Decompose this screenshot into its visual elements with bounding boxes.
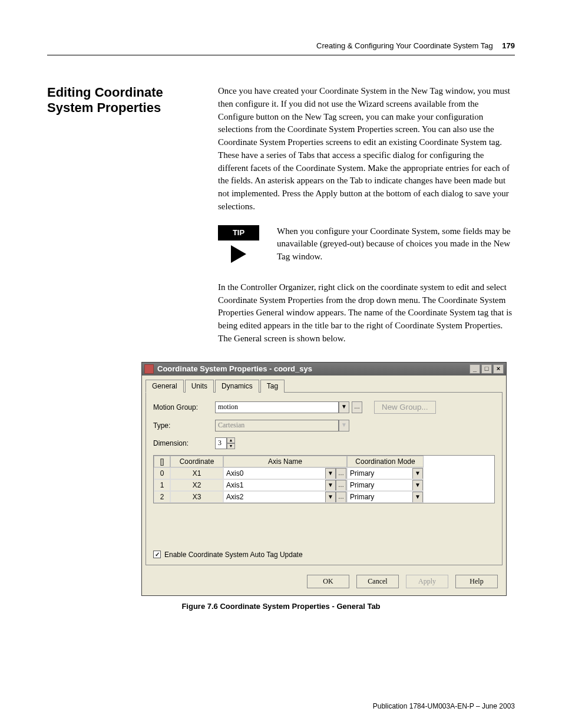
chevron-down-icon[interactable]: ▼: [325, 480, 336, 491]
chevron-down-icon[interactable]: ▼: [412, 468, 423, 479]
axis-name-select[interactable]: Axis0▼…: [223, 467, 347, 479]
chevron-down-icon[interactable]: ▼: [325, 468, 336, 479]
row-coord: X3: [170, 491, 223, 503]
coord-sys-properties-dialog: Coordinate System Properties - coord_sys…: [141, 362, 507, 596]
row-coord: X2: [170, 479, 223, 491]
organizer-paragraph: In the Controller Organizer, right click…: [218, 281, 515, 345]
close-icon[interactable]: ×: [493, 364, 504, 374]
ellipsis-button[interactable]: …: [352, 401, 362, 413]
motion-group-label: Motion Group:: [153, 403, 215, 411]
new-group-button[interactable]: New Group...: [374, 401, 436, 414]
axis-name-select[interactable]: Axis1▼…: [223, 479, 347, 491]
ellipsis-button[interactable]: …: [336, 480, 346, 491]
chevron-down-icon: ▼: [339, 420, 349, 431]
page-number: 179: [502, 41, 515, 50]
intro-paragraph: Once you have created your Coordinate Sy…: [218, 85, 515, 213]
type-select: Cartesian: [215, 420, 339, 431]
col-axis-name: Axis Name: [223, 456, 347, 467]
col-index: []: [154, 456, 170, 467]
table-row: 1 X2 Axis1▼… Primary▼: [154, 479, 494, 491]
figure-caption: Figure 7.6 Coordinate System Properties …: [47, 602, 515, 611]
chapter-title: Creating & Configuring Your Coordinate S…: [316, 41, 493, 50]
auto-tag-update-label: Enable Coordinate System Auto Tag Update: [164, 551, 303, 559]
col-coordinate: Coordinate: [170, 456, 223, 467]
play-arrow-icon: [231, 245, 246, 263]
chevron-down-icon[interactable]: ▼: [339, 401, 349, 413]
axis-grid: [] Coordinate Axis Name Coordination Mod…: [153, 455, 495, 503]
dimension-label: Dimension:: [153, 439, 215, 447]
row-index: 0: [154, 467, 170, 479]
coord-mode-select[interactable]: Primary▼: [347, 491, 424, 503]
ellipsis-button[interactable]: …: [336, 468, 346, 479]
dialog-title: Coordinate System Properties - coord_sys: [157, 364, 470, 373]
tab-panel-general: Motion Group: motion ▼ … New Group... Ty…: [146, 392, 503, 565]
spinner-up-icon[interactable]: ▲: [227, 437, 235, 443]
publication-footer: Publication 1784-UM003A-EN-P – June 2003: [373, 702, 515, 710]
tab-strip: General Units Dynamics Tag: [142, 375, 506, 392]
tab-general[interactable]: General: [146, 380, 184, 393]
minimize-icon[interactable]: _: [470, 364, 480, 374]
help-button[interactable]: Help: [455, 575, 498, 588]
table-row: 0 X1 Axis0▼… Primary▼: [154, 467, 494, 479]
cancel-button[interactable]: Cancel: [356, 575, 399, 588]
table-row: 2 X3 Axis2▼… Primary▼: [154, 491, 494, 503]
tip-label: TIP: [218, 225, 259, 241]
app-icon: [144, 364, 154, 374]
maximize-icon[interactable]: □: [481, 364, 492, 374]
apply-button[interactable]: Apply: [406, 575, 448, 588]
tab-units[interactable]: Units: [185, 380, 214, 393]
chevron-down-icon[interactable]: ▼: [412, 480, 423, 491]
tip-block: TIP When you configure your Coordinate S…: [218, 225, 515, 263]
auto-tag-update-checkbox[interactable]: ✓: [153, 551, 161, 558]
type-label: Type:: [153, 421, 215, 430]
spinner-down-icon[interactable]: ▼: [227, 443, 235, 449]
tab-dynamics[interactable]: Dynamics: [215, 380, 259, 393]
tab-tag[interactable]: Tag: [260, 380, 285, 393]
page-header: Creating & Configuring Your Coordinate S…: [47, 41, 515, 55]
row-coord: X1: [170, 467, 223, 479]
ellipsis-button[interactable]: …: [336, 492, 346, 503]
dialog-titlebar[interactable]: Coordinate System Properties - coord_sys…: [142, 363, 506, 375]
col-coordination-mode: Coordination Mode: [347, 456, 424, 467]
motion-group-select[interactable]: motion: [215, 401, 339, 413]
coord-mode-select[interactable]: Primary▼: [347, 479, 424, 491]
row-index: 2: [154, 491, 170, 503]
tip-text: When you configure your Coordinate Syste…: [277, 225, 515, 263]
chevron-down-icon[interactable]: ▼: [412, 492, 423, 503]
dimension-stepper[interactable]: 3: [215, 437, 227, 449]
axis-name-select[interactable]: Axis2▼…: [223, 491, 347, 503]
ok-button[interactable]: OK: [307, 575, 349, 588]
row-index: 1: [154, 479, 170, 491]
coord-mode-select[interactable]: Primary▼: [347, 467, 424, 479]
chevron-down-icon[interactable]: ▼: [325, 492, 336, 503]
section-heading: Editing Coordinate System Properties: [47, 85, 200, 356]
